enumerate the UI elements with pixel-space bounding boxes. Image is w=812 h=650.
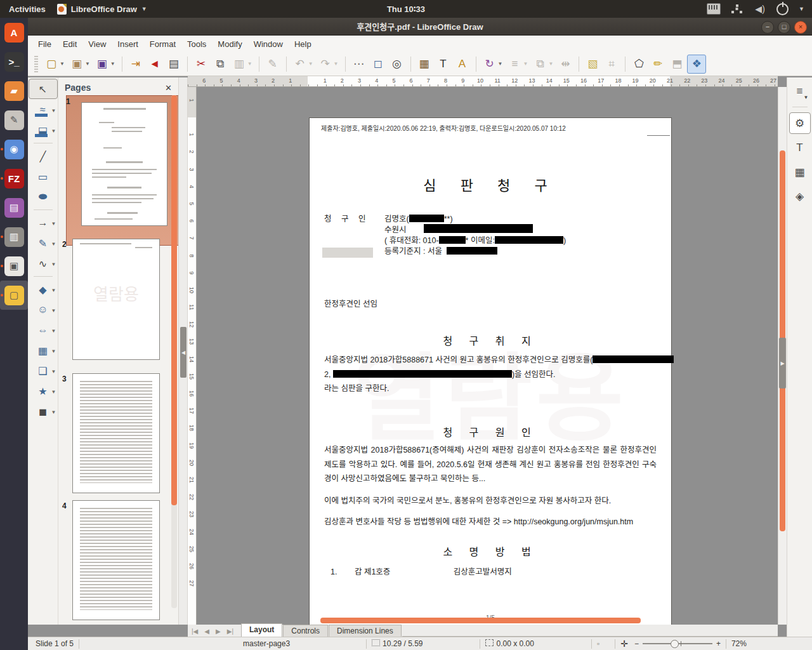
dropdown-arrow-icon[interactable]: ▼ <box>51 241 56 247</box>
power-icon[interactable] <box>776 3 789 15</box>
horizontal-scrollbar[interactable] <box>197 618 778 623</box>
distribute-button[interactable]: ⇹ <box>556 55 574 73</box>
open-button[interactable]: ▣▼ <box>68 55 92 73</box>
chromium-launcher[interactable]: ◉ <box>0 135 28 164</box>
flowchart-tool[interactable]: ▦▼ <box>29 341 57 360</box>
last-page-icon[interactable]: ▶| <box>227 628 233 635</box>
filezilla-launcher[interactable]: FZ <box>0 164 28 193</box>
chevron-down-icon[interactable]: ▼ <box>799 6 804 12</box>
gallery-deck-icon[interactable]: ▦ <box>790 162 810 182</box>
dropdown-arrow-icon[interactable]: ▼ <box>51 389 56 395</box>
snap-guides-button[interactable]: ◻ <box>369 55 387 73</box>
dropdown-arrow-icon[interactable]: ▼ <box>85 61 90 67</box>
app-menu-button[interactable]: LibreOffice Draw ▼ <box>57 4 147 15</box>
dropdown-arrow-icon[interactable]: ▼ <box>51 328 56 334</box>
dropdown-arrow-icon[interactable]: ▼ <box>110 61 115 67</box>
align-objects-button[interactable]: ≡▼ <box>506 55 530 73</box>
insert-image-button[interactable]: ▦ <box>416 55 433 73</box>
clock[interactable]: Thu 10∶33 <box>387 4 425 14</box>
crop-button[interactable]: ⌗ <box>603 55 620 73</box>
export-button[interactable]: ⇥ <box>127 55 145 73</box>
zoom-out-icon[interactable]: − <box>634 639 639 648</box>
dropdown-arrow-icon[interactable]: ▼ <box>51 308 56 314</box>
extrusion-button[interactable]: ⬒ <box>668 55 686 73</box>
rotate-button[interactable]: ↻▼ <box>481 55 505 73</box>
display-grid-button[interactable]: ⋯ <box>350 55 368 73</box>
title-bar[interactable]: 후견인청구.pdf - LibreOffice Draw − □ × <box>28 18 812 36</box>
print-button[interactable]: ▤ <box>165 55 183 73</box>
dropdown-arrow-icon[interactable]: ▼ <box>51 348 56 354</box>
lines-arrows-tool[interactable]: →▼ <box>29 213 57 232</box>
archive-manager-launcher[interactable]: ▥ <box>0 222 28 251</box>
menu-insert[interactable]: Insert <box>112 37 143 51</box>
insert-fontwork-button[interactable]: A <box>454 55 471 73</box>
close-icon[interactable]: ✕ <box>165 83 172 93</box>
block-arrows-tool[interactable]: ⇔▼ <box>29 321 57 340</box>
zoom-slider-handle[interactable] <box>671 640 679 648</box>
clone-formatting-button[interactable]: ✎ <box>264 55 282 73</box>
dropdown-arrow-icon[interactable]: ▼ <box>498 61 503 67</box>
system-tray[interactable]: ◀) ▼ <box>707 3 812 15</box>
menu-modify[interactable]: Modify <box>213 37 247 51</box>
keyboard-icon[interactable] <box>707 3 721 15</box>
shadow-button[interactable]: ▧ <box>584 55 601 73</box>
dropdown-arrow-icon[interactable]: ▼ <box>523 61 528 67</box>
page-thumbnail-1[interactable]: 1 <box>66 95 183 246</box>
menu-window[interactable]: Window <box>249 37 288 51</box>
dropdown-arrow-icon[interactable]: ▼ <box>51 262 56 267</box>
menu-edit[interactable]: Edit <box>58 37 82 51</box>
network-icon[interactable] <box>731 4 743 14</box>
cut-button[interactable]: ✂ <box>192 55 210 73</box>
sidebar-settings-icon[interactable]: ≡▼ <box>790 81 810 102</box>
select-tool[interactable]: ↖ <box>29 79 58 99</box>
zoom-level[interactable]: 72% <box>731 639 747 648</box>
collapse-sidebar-handle[interactable]: ▶ <box>779 338 786 388</box>
dropdown-arrow-icon[interactable]: ▼ <box>51 128 56 134</box>
purple-terminal-launcher[interactable]: ▤ <box>0 193 28 222</box>
dropdown-arrow-icon[interactable]: ▼ <box>51 409 56 415</box>
redo-button[interactable]: ↷▼ <box>317 55 341 73</box>
menu-help[interactable]: Help <box>289 37 317 51</box>
drawing-canvas[interactable]: 열람용 제출자:김명호, 제출일시:2020.05.06 22:19, 출력자:… <box>197 87 778 625</box>
paste-button[interactable]: ▥▼ <box>230 55 254 73</box>
master-page-indicator[interactable]: master-page3 <box>243 639 290 648</box>
new-document-button[interactable]: ▢▼ <box>43 55 67 73</box>
export-pdf-button[interactable]: ◄ <box>146 55 164 73</box>
vertical-ruler[interactable]: 2112345678910111213141516171819202122232… <box>188 87 197 625</box>
line-tool[interactable]: ╱ <box>29 147 57 166</box>
paint-app-launcher[interactable]: ✎ <box>0 105 28 135</box>
dropdown-arrow-icon[interactable]: ▼ <box>247 61 252 67</box>
pages-panel-scrollbar[interactable] <box>171 95 177 608</box>
dropdown-arrow-icon[interactable]: ▼ <box>51 369 56 375</box>
previous-page-icon[interactable]: ◀ <box>204 628 209 635</box>
ubuntu-software-launcher[interactable]: A <box>0 18 28 47</box>
undo-button[interactable]: ↶▼ <box>291 55 315 73</box>
rectangle-tool[interactable]: ▭ <box>29 167 57 186</box>
zoom-in-icon[interactable]: + <box>716 639 721 648</box>
toolbar-grip[interactable] <box>34 56 38 72</box>
symbol-shapes-tool[interactable]: ☺▼ <box>29 300 57 319</box>
dropdown-arrow-icon[interactable]: ▼ <box>60 61 65 67</box>
zoom-button[interactable]: ◎ <box>388 55 406 73</box>
navigator-deck-icon[interactable]: ◈ <box>790 186 810 206</box>
objects-3d-tool[interactable]: ◼▼ <box>29 402 57 421</box>
ellipse-tool[interactable]: ⬬ <box>29 187 57 206</box>
minimize-button[interactable]: − <box>761 21 774 34</box>
line-color-picker[interactable]: ≈▼ <box>29 100 57 119</box>
libreoffice-draw-launcher[interactable]: ▢ <box>0 281 28 310</box>
page-thumbnail-2[interactable]: 열람용2 <box>72 239 160 359</box>
dropdown-arrow-icon[interactable]: ▼ <box>51 288 56 293</box>
close-button[interactable]: × <box>794 21 807 34</box>
zoom-slider[interactable] <box>643 643 712 644</box>
panel-splitter[interactable]: ◀ <box>178 77 188 625</box>
first-page-icon[interactable]: |◀ <box>192 628 198 635</box>
callouts-tool[interactable]: ❑▼ <box>29 361 57 380</box>
maximize-button[interactable]: □ <box>778 21 790 34</box>
libreoffice-impress-launcher[interactable]: ▣ <box>0 251 28 281</box>
display-views-button[interactable]: ❖ <box>687 55 706 74</box>
glue-points-button[interactable]: ✏ <box>649 55 667 73</box>
copy-button[interactable]: ⧉ <box>211 55 229 73</box>
edit-points-button[interactable]: ⬠ <box>630 55 648 73</box>
arrange-button[interactable]: ⧉▼ <box>531 55 555 73</box>
save-button[interactable]: ▣▼ <box>93 55 117 73</box>
